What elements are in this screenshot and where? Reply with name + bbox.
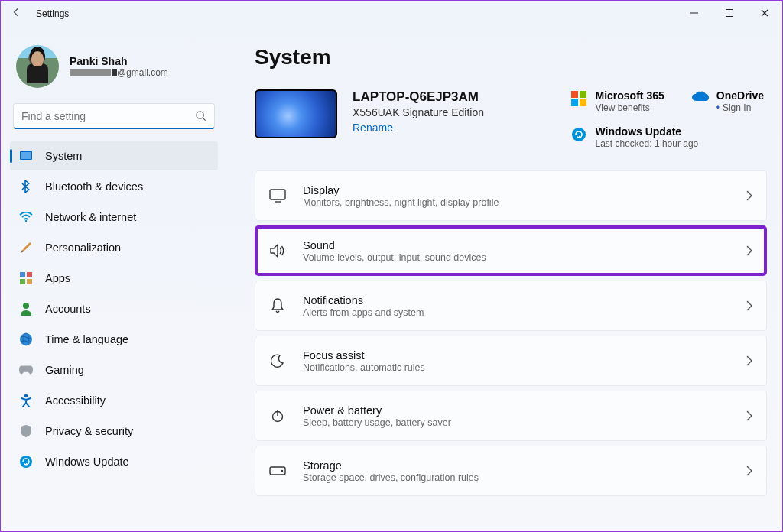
page-title: System [255,45,767,70]
brush-icon [19,241,33,255]
power-icon [269,407,286,424]
svg-rect-19 [580,99,586,106]
sidebar-item-personalization[interactable]: Personalization [10,233,218,262]
shield-icon [19,424,33,438]
svg-point-20 [572,128,586,141]
device-model: X556UAK Signature Edition [353,106,484,118]
svg-rect-8 [27,272,32,277]
sidebar-item-privacy[interactable]: Privacy & security [10,417,218,446]
svg-point-12 [20,333,32,345]
sound-icon [269,242,286,259]
card-storage[interactable]: StorageStorage space, drives, configurat… [255,446,767,496]
svg-rect-9 [20,279,25,284]
minimize-button[interactable] [677,1,712,25]
nav: System Bluetooth & devices Network & int… [10,141,218,476]
sidebar-item-accounts[interactable]: Accounts [10,294,218,323]
profile-email: @gmail.com [70,67,168,78]
card-focus[interactable]: Focus assistNotifications, automatic rul… [255,336,767,386]
quick-ms365[interactable]: Microsoft 365View benefits [571,89,664,113]
wifi-icon [19,210,33,224]
chevron-right-icon [746,410,752,421]
sidebar-item-bluetooth[interactable]: Bluetooth & devices [10,172,218,201]
search-icon [195,110,206,122]
device-block: LAPTOP-Q6EJP3AM X556UAK Signature Editio… [255,89,767,149]
sidebar-item-label: Accounts [45,303,91,315]
sidebar-item-label: Time & language [45,333,128,345]
chevron-right-icon [746,466,752,476]
search-input[interactable] [21,110,195,122]
bluetooth-icon [19,180,33,193]
moon-icon [269,352,286,369]
card-sound[interactable]: SoundVolume levels, output, input, sound… [255,225,767,276]
controller-icon [19,363,33,377]
bell-icon [269,297,286,314]
card-notifications[interactable]: NotificationsAlerts from apps and system [255,281,767,331]
svg-rect-18 [571,99,578,106]
update-circle-icon [571,127,586,142]
sidebar: Panki Shah @gmail.com System Bluetooth &… [1,27,227,531]
update-icon [19,455,33,469]
svg-line-3 [203,118,205,120]
sidebar-item-gaming[interactable]: Gaming [10,355,218,384]
chevron-right-icon [746,190,752,201]
svg-point-26 [281,470,283,472]
svg-rect-17 [580,91,586,98]
sidebar-item-label: Bluetooth & devices [45,180,143,193]
sidebar-item-label: Network & internet [45,211,136,223]
svg-rect-21 [270,190,285,200]
window-controls [677,1,782,25]
main: System LAPTOP-Q6EJP3AM X556UAK Signature… [227,27,782,531]
sidebar-item-label: Personalization [45,242,121,254]
profile-name: Panki Shah [70,55,168,67]
card-display[interactable]: DisplayMonitors, brightness, night light… [255,170,767,221]
window-title: Settings [36,8,69,19]
svg-rect-10 [27,279,32,284]
svg-point-6 [25,220,27,222]
svg-point-2 [197,112,203,118]
titlebar: Settings [1,1,782,27]
rename-link[interactable]: Rename [353,122,393,134]
device-thumbnail [255,89,337,138]
profile[interactable]: Panki Shah @gmail.com [16,45,218,88]
person-icon [19,302,33,316]
sidebar-item-label: Apps [45,272,70,284]
svg-rect-7 [20,272,25,277]
quick-onedrive[interactable]: OneDrive•Sign In [692,89,764,113]
sidebar-item-system[interactable]: System [10,141,218,170]
sidebar-item-label: Accessibility [45,394,106,407]
sidebar-item-apps[interactable]: Apps [10,264,218,293]
display-icon [269,187,286,204]
settings-cards: DisplayMonitors, brightness, night light… [255,170,767,496]
sidebar-item-label: Windows Update [45,456,129,468]
sidebar-item-update[interactable]: Windows Update [10,447,218,476]
card-power[interactable]: Power & batterySleep, battery usage, bat… [255,391,767,441]
chevron-right-icon [746,355,752,366]
svg-rect-5 [21,152,31,159]
maximize-button[interactable] [712,1,747,25]
sidebar-item-time[interactable]: Time & language [10,325,218,354]
avatar [16,45,59,88]
accessibility-icon [19,394,33,407]
sidebar-item-network[interactable]: Network & internet [10,203,218,232]
device-name: LAPTOP-Q6EJP3AM [353,89,484,105]
search-box[interactable] [13,103,215,129]
system-icon [19,149,33,163]
chevron-right-icon [746,245,752,256]
svg-point-11 [23,303,29,309]
apps-icon [19,271,33,285]
close-button[interactable] [747,1,782,25]
svg-point-14 [24,394,28,397]
sidebar-item-label: Privacy & security [45,425,133,437]
back-icon[interactable] [11,7,25,21]
storage-icon [269,462,286,479]
quick-update[interactable]: Windows UpdateLast checked: 1 hour ago [571,125,765,149]
svg-point-15 [20,456,32,468]
sidebar-item-label: System [45,150,82,162]
globe-icon [19,332,33,346]
svg-rect-16 [571,91,578,98]
sidebar-item-accessibility[interactable]: Accessibility [10,386,218,415]
onedrive-icon [692,91,707,106]
svg-rect-1 [726,10,733,17]
sidebar-item-label: Gaming [45,364,84,376]
chevron-right-icon [746,300,752,311]
